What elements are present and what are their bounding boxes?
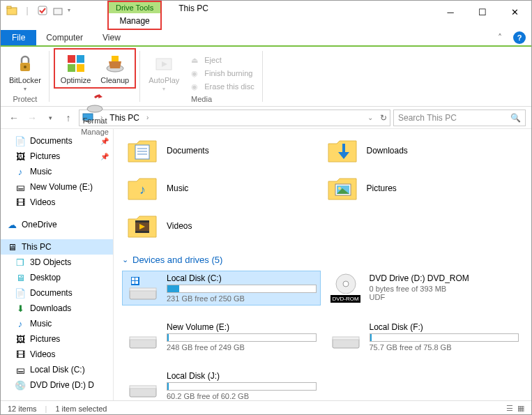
quick-access-toolbar: | ▾ bbox=[1, 1, 76, 30]
nav-videos2[interactable]: 🎞Videos bbox=[1, 347, 113, 362]
folder-videos[interactable]: Videos bbox=[125, 209, 321, 243]
nav-pictures2[interactable]: 🖼Pictures bbox=[1, 331, 113, 347]
nav-label: DVD Drive (D:) D bbox=[30, 380, 94, 390]
svg-rect-7 bbox=[77, 55, 84, 63]
properties-icon[interactable] bbox=[36, 3, 50, 17]
folder-music[interactable]: ♪ Music bbox=[125, 171, 321, 206]
drive-free-text: 0 bytes free of 393 MB bbox=[370, 285, 519, 293]
manage-tab[interactable]: Manage bbox=[111, 13, 158, 29]
recent-dropdown-icon[interactable]: ▾ bbox=[43, 110, 58, 126]
protect-group-label: Protect bbox=[13, 93, 38, 106]
folder-label: Documents bbox=[167, 146, 209, 156]
search-placeholder: Search This PC bbox=[398, 113, 457, 123]
details-view-icon[interactable]: ☰ bbox=[506, 404, 513, 413]
nav-label: Pictures bbox=[30, 151, 60, 161]
manage-group-label: Manage bbox=[81, 126, 109, 139]
dvd-badge: DVD-ROM bbox=[330, 295, 360, 303]
videos-icon: 🎞 bbox=[15, 197, 26, 208]
window-controls: ─ ☐ ✕ bbox=[435, 1, 531, 30]
nav-music[interactable]: ♪Music bbox=[1, 164, 113, 179]
minimize-button[interactable]: ─ bbox=[435, 2, 466, 22]
svg-rect-46 bbox=[130, 386, 156, 388]
nav-downloads[interactable]: ⬇Downloads bbox=[1, 301, 113, 316]
folder-downloads[interactable]: Downloads bbox=[325, 133, 521, 168]
navigation-pane[interactable]: 📄Documents📌 🖼Pictures📌 ♪Music 🖴New Volum… bbox=[1, 129, 114, 400]
search-input[interactable]: Search This PC 🔍 bbox=[393, 110, 526, 126]
svg-rect-37 bbox=[132, 281, 135, 284]
format-button[interactable]: Format bbox=[79, 91, 112, 126]
cleanup-button[interactable]: Cleanup bbox=[96, 51, 133, 86]
nav-music2[interactable]: ♪Music bbox=[1, 316, 113, 331]
dropdown-icon: ▾ bbox=[162, 86, 165, 92]
drive-e[interactable]: New Volume (E:) 248 GB free of 249 GB bbox=[122, 319, 321, 354]
maximize-button[interactable]: ☐ bbox=[467, 2, 498, 22]
nav-desktop[interactable]: 🖥Desktop bbox=[1, 270, 113, 285]
svg-rect-33 bbox=[130, 288, 156, 291]
window-title: This PC bbox=[162, 1, 435, 30]
section-label: Devices and drives (5) bbox=[132, 255, 222, 265]
close-button[interactable]: ✕ bbox=[499, 2, 530, 22]
nav-label: Documents bbox=[30, 288, 73, 298]
status-bar: 12 items | 1 item selected ☰ ▦ bbox=[1, 400, 531, 415]
optimize-button[interactable]: Optimize bbox=[56, 51, 95, 86]
address-box[interactable]: › This PC › ⌄ ↻ bbox=[79, 110, 390, 126]
nav-onedrive[interactable]: ☁OneDrive bbox=[1, 217, 113, 232]
nav-pictures[interactable]: 🖼Pictures📌 bbox=[1, 149, 113, 164]
nav-3d-objects[interactable]: ❒3D Objects bbox=[1, 255, 113, 270]
computer-tab[interactable]: Computer bbox=[36, 30, 93, 45]
drive-free-text: 60.2 GB free of 60.2 GB bbox=[167, 392, 317, 400]
devices-section-header[interactable]: ⌄ Devices and drives (5) bbox=[116, 252, 529, 268]
format-label: Format bbox=[83, 116, 107, 125]
nav-documents2[interactable]: 📄Documents bbox=[1, 285, 113, 301]
breadcrumb[interactable]: This PC bbox=[109, 113, 139, 123]
new-folder-icon[interactable] bbox=[51, 3, 65, 17]
refresh-icon[interactable]: ↻ bbox=[376, 113, 387, 123]
content-pane[interactable]: Documents Downloads ♪ Music Pictures Vid… bbox=[114, 129, 531, 400]
disc-icon: ◉ bbox=[189, 81, 200, 92]
qat-dropdown-icon[interactable]: ▾ bbox=[66, 3, 72, 17]
up-button[interactable]: ↑ bbox=[61, 110, 76, 126]
os-drive-icon bbox=[126, 273, 160, 303]
drive-name: Local Disk (C:) bbox=[167, 273, 317, 283]
folder-documents[interactable]: Documents bbox=[125, 133, 321, 168]
nav-videos[interactable]: 🎞Videos bbox=[1, 195, 113, 210]
pc-icon: 🖥 bbox=[6, 241, 17, 252]
explorer-icon[interactable] bbox=[5, 3, 19, 17]
view-tab[interactable]: View bbox=[93, 30, 130, 45]
nav-label: Videos bbox=[30, 197, 55, 207]
drive-c[interactable]: Local Disk (C:) 231 GB free of 250 GB bbox=[122, 271, 321, 305]
help-button[interactable]: ? bbox=[513, 31, 526, 44]
drive-free-text: 248 GB free of 249 GB bbox=[167, 343, 317, 352]
dvd-icon: 💿 bbox=[15, 379, 26, 391]
desktop-icon: 🖥 bbox=[15, 272, 26, 283]
drive-j[interactable]: Local Disk (J:) 60.2 GB free of 60.2 GB bbox=[122, 368, 321, 400]
separator: | bbox=[45, 405, 47, 413]
hdd-icon bbox=[329, 322, 363, 352]
svg-rect-42 bbox=[130, 337, 156, 340]
onedrive-icon: ☁ bbox=[6, 219, 17, 230]
nav-new-volume[interactable]: 🖴New Volume (E:) bbox=[1, 179, 113, 195]
back-button[interactable]: ← bbox=[6, 110, 22, 126]
collapse-ribbon-icon[interactable]: ˄ bbox=[492, 33, 508, 43]
drive-f[interactable]: Local Disk (F:) 75.7 GB free of 75.8 GB bbox=[325, 319, 524, 354]
drive-name: DVD Drive (D:) DVD_ROM bbox=[370, 273, 519, 283]
hdd-icon bbox=[126, 371, 160, 400]
chevron-icon[interactable]: › bbox=[142, 114, 153, 121]
nav-this-pc[interactable]: 🖥This PC bbox=[1, 239, 113, 255]
file-tab[interactable]: File bbox=[1, 30, 36, 45]
capacity-bar bbox=[167, 333, 317, 342]
dropdown-icon: ▾ bbox=[24, 86, 26, 92]
address-dropdown-icon[interactable]: ⌄ bbox=[367, 114, 373, 121]
documents-folder-icon bbox=[126, 135, 158, 167]
large-icons-view-icon[interactable]: ▦ bbox=[517, 404, 524, 413]
nav-local-c[interactable]: 🖴Local Disk (C:) bbox=[1, 362, 113, 377]
nav-dvd[interactable]: 💿DVD Drive (D:) D bbox=[1, 377, 113, 393]
drive-dvd[interactable]: DVD-ROM DVD Drive (D:) DVD_ROM 0 bytes f… bbox=[325, 271, 524, 305]
bitlocker-button[interactable]: BitLocker ▾ bbox=[5, 51, 45, 93]
folder-pictures[interactable]: Pictures bbox=[325, 171, 521, 206]
bitlocker-label: BitLocker bbox=[9, 76, 41, 84]
disc-icon: ◉ bbox=[189, 68, 200, 79]
media-group-label: Media bbox=[191, 93, 212, 106]
eject-icon: ⏏ bbox=[189, 54, 200, 66]
music-folder-icon: ♪ bbox=[126, 172, 158, 204]
